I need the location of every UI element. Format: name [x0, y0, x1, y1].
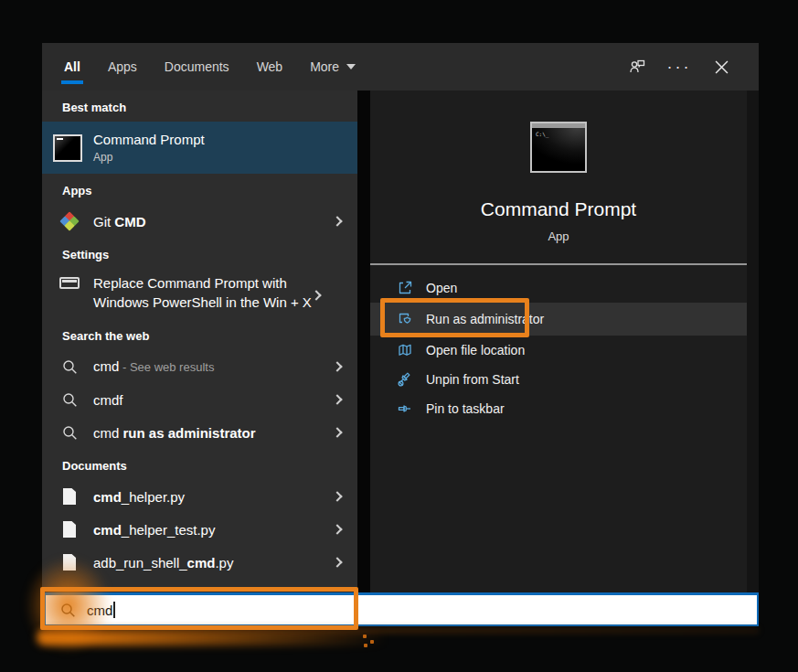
action-unpin-from-start[interactable]: Unpin from Start	[370, 365, 747, 394]
search-icon	[59, 392, 80, 408]
section-label-best-match: Best match	[42, 91, 357, 122]
tab-more[interactable]: More	[310, 43, 356, 91]
search-header: All Apps Documents Web More ···	[42, 43, 759, 91]
best-match-result-command-prompt[interactable]: Command Prompt App	[42, 122, 357, 174]
result-text: adb_run_shell_cmd.py	[93, 553, 334, 572]
result-text: Replace Command Prompt with Windows Powe…	[93, 273, 313, 312]
search-icon	[59, 425, 80, 441]
best-match-title: Command Prompt	[93, 132, 205, 147]
action-label: Open file location	[426, 343, 525, 357]
result-row-cmd[interactable]: cmd - See web results	[42, 350, 357, 383]
result-row-git-cmd[interactable]: Git CMD	[42, 205, 357, 238]
chevron-right-icon[interactable]	[332, 491, 342, 501]
tab-web-label: Web	[257, 59, 283, 74]
preview-subtitle: App	[370, 229, 747, 243]
result-row-cmd-helper-test-py[interactable]: cmd_helper_test.py	[42, 513, 357, 546]
result-sections: AppsGit CMDSettingsReplace Command Promp…	[42, 174, 357, 579]
command-prompt-icon	[53, 134, 82, 162]
screen: All Apps Documents Web More ···	[0, 0, 798, 672]
best-match-subtitle: App	[93, 151, 205, 164]
action-label: Unpin from Start	[426, 372, 519, 387]
orange-spray-dot	[363, 635, 367, 638]
action-open[interactable]: Open	[370, 273, 747, 303]
section-label-settings: Settings	[42, 238, 357, 269]
result-row-cmdf[interactable]: cmdf	[42, 383, 357, 416]
result-text: cmd_helper_test.py	[93, 520, 334, 539]
section-label-apps: Apps	[42, 174, 357, 205]
tab-apps[interactable]: Apps	[108, 43, 137, 91]
result-row-cmd-helper-py[interactable]: cmd_helper.py	[42, 480, 357, 513]
result-text: cmdf	[93, 390, 334, 410]
panel-divider	[357, 91, 370, 592]
action-label: Pin to taskbar	[426, 401, 505, 416]
action-label: Open	[426, 281, 457, 295]
action-open-file-location[interactable]: Open file location	[370, 336, 747, 365]
orange-glow-strip	[42, 627, 759, 634]
document-icon	[59, 554, 80, 571]
tab-all[interactable]: All	[64, 43, 80, 91]
section-label-search-the-web: Search the web	[42, 319, 357, 350]
chevron-right-icon[interactable]	[332, 557, 342, 567]
result-row-cmd-run-as-administrator[interactable]: cmd run as administrator	[42, 416, 357, 449]
tab-all-label: All	[64, 59, 80, 74]
chevron-right-icon[interactable]	[311, 290, 321, 300]
close-icon[interactable]	[711, 57, 731, 77]
tab-web[interactable]: Web	[257, 43, 283, 91]
context-actions: OpenRun as administratorOpen file locati…	[370, 265, 747, 423]
search-icon	[59, 359, 80, 375]
result-text: cmd - See web results	[93, 357, 334, 377]
result-row-adb-run-shell-cmd-py[interactable]: adb_run_shell_cmd.py	[42, 546, 357, 579]
result-text: cmd_helper.py	[93, 487, 334, 507]
search-query-text: cmd	[87, 603, 112, 618]
chevron-down-icon	[346, 64, 356, 69]
monitor-icon	[59, 277, 80, 289]
preview-panel: C:\_ Command Prompt App OpenRun as admin…	[370, 91, 747, 592]
chevron-right-icon[interactable]	[332, 394, 342, 404]
tab-documents[interactable]: Documents	[165, 43, 229, 91]
run-as-admin-icon	[396, 310, 414, 328]
chevron-right-icon[interactable]	[332, 524, 342, 534]
git-cmd-icon	[59, 213, 80, 229]
chevron-right-icon[interactable]	[332, 216, 342, 226]
text-cursor	[113, 602, 115, 618]
result-row-replace-command-prompt-with-windows-powershell-in-the-win-x[interactable]: Replace Command Prompt with Windows Powe…	[42, 269, 357, 319]
document-icon	[59, 521, 80, 538]
feedback-icon[interactable]	[627, 57, 647, 77]
section-label-documents: Documents	[42, 449, 357, 480]
open-icon	[396, 279, 414, 297]
tab-apps-label: Apps	[108, 59, 137, 74]
action-pin-to-taskbar[interactable]: Pin to taskbar	[370, 394, 747, 423]
result-text: Git CMD	[93, 212, 334, 231]
action-label: Run as administrator	[426, 312, 544, 326]
chevron-right-icon[interactable]	[332, 361, 342, 371]
preview-title: Command Prompt	[370, 198, 747, 220]
command-prompt-large-icon: C:\_	[530, 122, 587, 173]
document-icon	[59, 488, 80, 505]
open-file-location-icon	[396, 341, 414, 359]
orange-spray-dot	[370, 640, 374, 644]
orange-glow-streak	[37, 630, 402, 645]
unpin-from-start-icon	[396, 370, 414, 389]
tab-documents-label: Documents	[165, 59, 229, 74]
pin-to-taskbar-icon	[396, 400, 414, 418]
tab-more-label: More	[310, 59, 339, 74]
search-results-panel: Best match Command Prompt App AppsGit CM…	[42, 91, 357, 592]
windows-search-flyout: All Apps Documents Web More ···	[42, 43, 759, 626]
chevron-right-icon[interactable]	[332, 427, 342, 437]
result-text: cmd run as administrator	[93, 423, 334, 443]
action-run-as-administrator[interactable]: Run as administrator	[370, 303, 747, 336]
filter-tabs: All Apps Documents Web More	[42, 43, 383, 91]
search-input[interactable]: cmd	[44, 592, 759, 626]
app-preview: C:\_ Command Prompt App	[370, 91, 747, 243]
search-icon	[60, 603, 76, 618]
more-options-icon[interactable]: ···	[669, 57, 689, 77]
orange-spray-dot	[364, 644, 367, 647]
